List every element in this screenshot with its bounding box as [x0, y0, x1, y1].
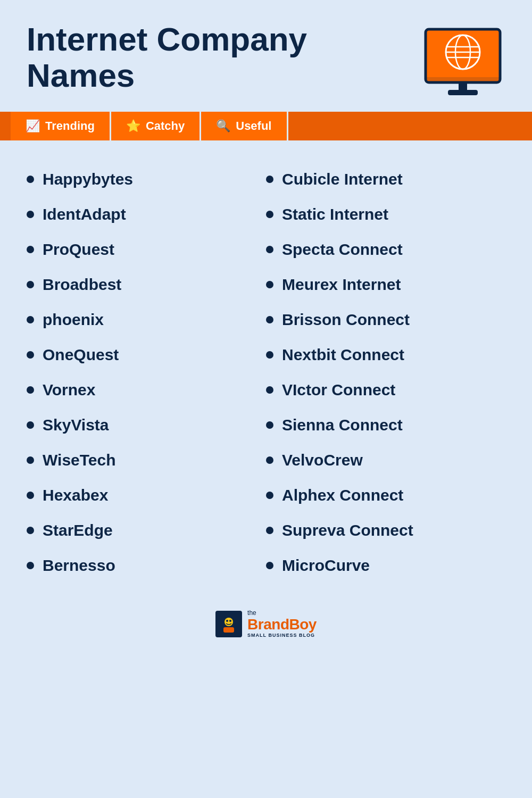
tab-useful[interactable]: 🔍 Useful: [201, 112, 288, 140]
name-text: SkyVista: [43, 416, 109, 434]
list-item: OneQuest: [27, 337, 266, 372]
name-text: Specta Connect: [282, 240, 403, 259]
footer: the BrandBoy Small Business Blog: [0, 599, 532, 654]
svg-rect-14: [223, 627, 234, 633]
tabs-bar: 📈 Trending ⭐ Catchy 🔍 Useful: [0, 112, 532, 140]
name-text: Brisson Connect: [282, 311, 410, 329]
bullet-icon: [266, 211, 273, 218]
list-item: Alphex Connect: [266, 478, 505, 513]
list-item: Supreva Connect: [266, 513, 505, 548]
page-title: Internet Company Names: [27, 21, 307, 94]
list-item: Vornex: [27, 372, 266, 408]
svg-rect-0: [426, 29, 500, 82]
name-text: IdentAdapt: [43, 205, 126, 223]
trending-icon: 📈: [26, 119, 40, 133]
bullet-icon: [266, 527, 273, 534]
bullet-icon: [27, 176, 34, 183]
list-item: WiseTech: [27, 443, 266, 478]
bullet-icon: [27, 527, 34, 534]
list-item: VIctor Connect: [266, 372, 505, 408]
name-text: ProQuest: [43, 240, 114, 259]
name-text: Bernesso: [43, 556, 115, 575]
list-item: Nextbit Connect: [266, 337, 505, 372]
bullet-icon: [266, 281, 273, 288]
list-item: Hexabex: [27, 478, 266, 513]
list-item: Bernesso: [27, 548, 266, 583]
right-accent: [288, 112, 533, 140]
name-text: StarEdge: [43, 521, 113, 539]
list-item: Sienna Connect: [266, 408, 505, 443]
name-text: Hexabex: [43, 486, 108, 504]
name-text: VelvoCrew: [282, 451, 363, 469]
list-item: IdentAdapt: [27, 197, 266, 232]
svg-rect-9: [426, 77, 500, 82]
list-item: SkyVista: [27, 408, 266, 443]
bullet-icon: [266, 176, 273, 183]
list-item: Brisson Connect: [266, 302, 505, 337]
list-item: Static Internet: [266, 197, 505, 232]
name-text: Static Internet: [282, 205, 388, 223]
brandboy-icon: [215, 611, 242, 637]
bullet-icon: [266, 351, 273, 359]
svg-rect-7: [459, 82, 467, 91]
bullet-icon: [27, 246, 34, 253]
name-text: Cubicle Internet: [282, 170, 403, 188]
name-text: Sienna Connect: [282, 416, 403, 434]
name-text: OneQuest: [43, 346, 119, 364]
bullet-icon: [27, 421, 34, 429]
left-column: Happybytes IdentAdapt ProQuest Broadbest…: [27, 162, 266, 583]
bullet-icon: [266, 246, 273, 253]
names-section: Happybytes IdentAdapt ProQuest Broadbest…: [0, 140, 532, 599]
name-text: Alphex Connect: [282, 486, 403, 504]
footer-brand: BrandBoy: [247, 617, 317, 633]
tab-useful-label: Useful: [236, 119, 271, 133]
list-item: Specta Connect: [266, 232, 505, 267]
bullet-icon: [266, 421, 273, 429]
tab-catchy[interactable]: ⭐ Catchy: [111, 112, 201, 140]
left-accent: [0, 112, 11, 140]
name-text: VIctor Connect: [282, 381, 395, 399]
page-wrapper: Internet Company Names: [0, 0, 532, 798]
list-item: Happybytes: [27, 162, 266, 197]
bullet-icon: [27, 386, 34, 394]
footer-logo: the BrandBoy Small Business Blog: [215, 610, 317, 638]
catchy-icon: ⭐: [126, 119, 140, 133]
name-text: MicroCurve: [282, 556, 370, 575]
bullet-icon: [27, 281, 34, 288]
right-column: Cubicle Internet Static Internet Specta …: [266, 162, 505, 583]
bullet-icon: [266, 386, 273, 394]
svg-rect-8: [448, 90, 478, 95]
list-item: Broadbest: [27, 267, 266, 302]
name-text: phoenix: [43, 311, 104, 329]
bullet-icon: [27, 211, 34, 218]
name-text: Broadbest: [43, 276, 121, 294]
name-text: Supreva Connect: [282, 521, 413, 539]
name-text: Nextbit Connect: [282, 346, 404, 364]
list-item: Meurex Internet: [266, 267, 505, 302]
tab-trending-label: Trending: [45, 119, 95, 133]
bullet-icon: [27, 351, 34, 359]
list-item: StarEdge: [27, 513, 266, 548]
tab-catchy-label: Catchy: [146, 119, 185, 133]
useful-icon: 🔍: [216, 119, 230, 133]
name-text: Happybytes: [43, 170, 133, 188]
list-item: VelvoCrew: [266, 443, 505, 478]
header: Internet Company Names: [0, 0, 532, 112]
bullet-icon: [27, 456, 34, 464]
svg-point-12: [226, 620, 228, 622]
name-text: WiseTech: [43, 451, 116, 469]
tab-trending[interactable]: 📈 Trending: [11, 112, 111, 140]
bullet-icon: [266, 492, 273, 499]
list-item: Cubicle Internet: [266, 162, 505, 197]
monitor-icon: [420, 27, 505, 101]
list-item: ProQuest: [27, 232, 266, 267]
bullet-icon: [27, 492, 34, 499]
bullet-icon: [27, 316, 34, 323]
name-text: Meurex Internet: [282, 276, 401, 294]
svg-point-13: [229, 620, 231, 622]
footer-sub: Small Business Blog: [247, 633, 317, 638]
bullet-icon: [266, 562, 273, 569]
list-item: phoenix: [27, 302, 266, 337]
list-item: MicroCurve: [266, 548, 505, 583]
footer-text: the BrandBoy Small Business Blog: [247, 610, 317, 638]
